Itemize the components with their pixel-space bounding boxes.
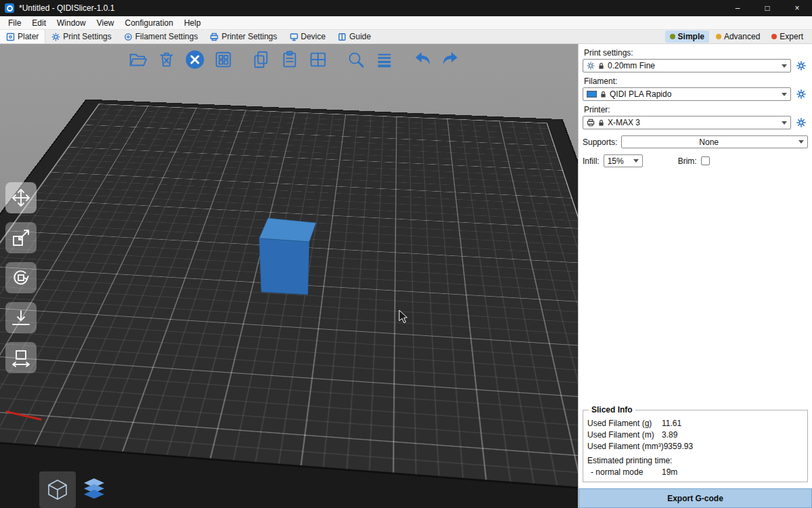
- mode-expert[interactable]: Expert: [767, 30, 808, 43]
- gear-icon: [796, 61, 806, 70]
- undo-button[interactable]: [410, 47, 434, 72]
- 3d-editor-icon: [45, 478, 70, 502]
- copy-button[interactable]: [249, 47, 273, 72]
- sliced-info-row: Used Filament (g) 11.61: [587, 417, 803, 429]
- mode-advanced[interactable]: Advanced: [711, 30, 765, 43]
- chevron-down-icon: [782, 93, 787, 96]
- sliced-info-row: - normal mode 19m: [587, 466, 803, 478]
- filament-combo[interactable]: QIDI PLA Rapido: [583, 87, 791, 101]
- 3d-viewport[interactable]: [0, 44, 578, 508]
- open-file-button[interactable]: [126, 47, 150, 72]
- view-toggles: [39, 471, 112, 508]
- infill-combo[interactable]: 15%: [604, 154, 643, 167]
- tab-bar: Plater Print Settings Filament Settings …: [0, 30, 812, 44]
- rotate-gizmo-button[interactable]: [5, 262, 37, 293]
- undo-icon: [411, 49, 433, 70]
- print-bed: [0, 100, 578, 508]
- title-bar: *Untitled - QIDISlicer-1.0.1 – □ ×: [0, 0, 812, 16]
- print-settings-label: Print settings:: [584, 48, 807, 58]
- layer-height-icon: [374, 49, 394, 70]
- gear-icon: [51, 33, 60, 41]
- delete-button[interactable]: [154, 47, 179, 72]
- chevron-down-icon: [633, 159, 639, 163]
- gear-icon: [796, 118, 806, 127]
- minimize-button[interactable]: –: [723, 0, 752, 16]
- tab-filament-settings[interactable]: Filament Settings: [118, 30, 204, 43]
- gizmo-toolbar: [5, 182, 37, 373]
- print-settings-value: 0.20mm Fine: [608, 61, 775, 70]
- variable-layer-height-button[interactable]: [372, 47, 397, 72]
- move-gizmo-button[interactable]: [5, 182, 37, 213]
- preview-view-button[interactable]: [76, 471, 112, 508]
- split-button[interactable]: [306, 47, 330, 72]
- edit-printer-button[interactable]: [794, 116, 808, 129]
- layers-preview-icon: [81, 476, 108, 503]
- guide-icon: [338, 33, 346, 41]
- sliced-info-row: Used Filament (m) 3.89: [587, 429, 803, 440]
- tab-printer-settings[interactable]: Printer Settings: [204, 30, 283, 43]
- measure-gizmo-button[interactable]: [5, 342, 37, 373]
- qidislicer-window: *Untitled - QIDISlicer-1.0.1 – □ × File …: [0, 0, 812, 508]
- filament-icon: [124, 33, 133, 41]
- delete-all-button[interactable]: [183, 47, 207, 72]
- menu-configuration[interactable]: Configuration: [120, 17, 179, 29]
- edit-print-settings-button[interactable]: [794, 59, 808, 72]
- printer-value: X-MAX 3: [608, 118, 775, 127]
- brim-label: Brim:: [678, 156, 697, 166]
- menu-edit[interactable]: Edit: [26, 17, 51, 29]
- filament-label: Filament:: [584, 77, 807, 86]
- printer-combo[interactable]: X-MAX 3: [583, 116, 791, 129]
- menu-help[interactable]: Help: [179, 17, 206, 29]
- chevron-down-icon: [798, 140, 804, 144]
- tab-print-settings[interactable]: Print Settings: [45, 30, 117, 43]
- lock-icon: [598, 119, 604, 127]
- printer-label: Printer:: [584, 105, 807, 114]
- supports-combo[interactable]: None: [621, 135, 808, 148]
- device-icon: [290, 33, 298, 41]
- rotate-icon: [10, 267, 32, 289]
- redo-icon: [440, 49, 461, 70]
- print-settings-combo[interactable]: 0.20mm Fine: [583, 59, 791, 72]
- tab-guide[interactable]: Guide: [332, 30, 377, 43]
- simple-mode-dot-icon: [670, 34, 675, 39]
- search-icon: [346, 49, 366, 70]
- app-logo-icon: [5, 3, 14, 13]
- chevron-down-icon: [782, 64, 787, 68]
- place-on-face-icon: [10, 307, 32, 329]
- scale-gizmo-button[interactable]: [5, 222, 37, 253]
- filament-value: QIDI PLA Rapido: [610, 89, 775, 99]
- gear-icon: [796, 89, 806, 99]
- trash-icon: [156, 49, 177, 70]
- mode-simple[interactable]: Simple: [665, 30, 709, 43]
- menu-view[interactable]: View: [91, 17, 120, 29]
- redo-button[interactable]: [438, 47, 463, 72]
- supports-label: Supports:: [583, 137, 617, 147]
- window-controls: – □ ×: [723, 0, 812, 16]
- infill-label: Infill:: [583, 156, 600, 166]
- menu-window[interactable]: Window: [51, 17, 91, 29]
- paste-icon: [279, 49, 300, 70]
- tab-device[interactable]: Device: [284, 30, 332, 43]
- menu-file[interactable]: File: [3, 17, 26, 29]
- export-gcode-button[interactable]: Export G-code: [579, 488, 812, 508]
- brim-checkbox[interactable]: [701, 156, 710, 165]
- printer-icon: [210, 33, 219, 41]
- place-on-face-gizmo-button[interactable]: [5, 302, 37, 333]
- maximize-button[interactable]: □: [752, 0, 782, 16]
- open-folder-icon: [128, 49, 148, 70]
- editor-view-button[interactable]: [39, 471, 76, 508]
- arrange-button[interactable]: [211, 47, 235, 72]
- scale-icon: [10, 227, 32, 249]
- tab-plater[interactable]: Plater: [0, 30, 45, 43]
- supports-value: None: [625, 137, 792, 147]
- filament-color-swatch: [587, 91, 597, 98]
- copy-icon: [251, 49, 271, 70]
- sliced-info-row: Estimated printing time:: [587, 454, 803, 466]
- close-button[interactable]: ×: [782, 0, 812, 16]
- gear-icon: [587, 62, 595, 70]
- search-button[interactable]: [344, 47, 368, 72]
- paste-button[interactable]: [277, 47, 302, 72]
- sliced-info-row: Used Filament (mm³) 9359.93: [587, 440, 803, 452]
- infill-value: 15%: [608, 156, 627, 166]
- edit-filament-button[interactable]: [794, 87, 808, 101]
